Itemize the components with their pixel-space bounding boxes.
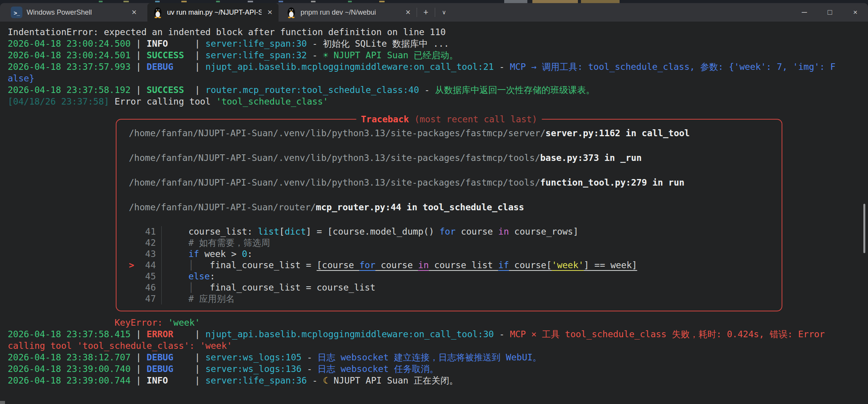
text-segment: course [456, 227, 498, 237]
backdrop-window-sliver [532, 0, 578, 3]
text-segment: list [258, 227, 279, 237]
text-segment [167, 260, 188, 270]
text-segment: # 应用别名 [167, 294, 235, 304]
backdrop-speck [99, 1, 103, 2]
text-segment: : [210, 271, 215, 281]
linux-icon [153, 7, 163, 18]
text-segment: else [188, 271, 209, 281]
text-segment [167, 282, 188, 292]
terminal-tab-1[interactable]: >_Windows PowerShell× [5, 3, 143, 22]
text-segment: - [302, 352, 318, 362]
text-segment: 初始化 SQLite 数据库中 ... [323, 39, 449, 49]
close-button[interactable]: × [843, 3, 868, 22]
traceback-frame: /home/fanfan/NJUPT-API-Suan/.venv/lib/py… [129, 127, 774, 139]
powershell-icon: >_ [11, 7, 22, 18]
text-segment [167, 249, 188, 259]
text-segment: server:ws_logs:136 [205, 364, 301, 374]
log-line: KeyError: 'week' [8, 317, 868, 328]
backdrop-speck [279, 1, 283, 2]
text-segment: function_tool.py:279 in run [540, 177, 684, 188]
log-lines-bottom: KeyError: 'week'2026-04-18 23:37:58.415 … [8, 317, 868, 386]
backdrop-speck [248, 1, 253, 2]
text-segment: Error calling tool [115, 96, 216, 106]
terminal-tab-2[interactable]: uv run main.py ~/NJUPT-API-S× [147, 3, 279, 22]
text-segment: 2026-04-18 23:39:00.740 [8, 364, 131, 374]
text-segment: 从数据库中返回一次性存储的班级课表。 [435, 85, 595, 95]
minimize-button[interactable]: ─ [792, 3, 817, 22]
text-segment: | [189, 85, 206, 95]
code-text: │ final_course_list = [course for course… [161, 260, 637, 271]
code-text: # 如有需要，筛选周 [161, 237, 270, 248]
text-segment: njupt_api.baselib.mcploggingmiddleware:o… [205, 329, 494, 339]
code-line: 41 course_list: list[dict] = [course.mod… [129, 226, 774, 237]
text-segment: - [307, 375, 323, 385]
text-segment: [ [279, 227, 285, 237]
text-segment: /home/fanfan/NJUPT-API-Suan/.venv/lib/py… [129, 128, 545, 138]
terminal-output[interactable]: IndentationError: expected an indented b… [0, 22, 868, 404]
linux-icon [286, 7, 296, 18]
text-segment: server:ws_logs:105 [205, 352, 301, 362]
tab-close-button[interactable]: × [404, 8, 412, 17]
text-segment: mcp_router.py:44 in tool_schedule_class [316, 202, 524, 212]
screen: { "tabs": { "items": [ {"icon": "powersh… [0, 0, 868, 404]
text-segment: IndentationError: expected an indented b… [8, 27, 446, 37]
log-line: 2026-04-18 23:38:12.707 | DEBUG | server… [8, 352, 868, 363]
text-segment: KeyError: [115, 318, 168, 328]
code-line: 45 else: [129, 271, 774, 282]
text-segment: - [419, 85, 435, 95]
backdrop-speck [181, 1, 187, 2]
text-segment: │ [188, 260, 209, 270]
text-segment: for [360, 260, 376, 270]
text-segment: | [131, 329, 147, 339]
text-segment: [04/18/26 23:37:58] [8, 96, 109, 106]
text-segment: ☀ NJUPT API Suan 已经启动。 [323, 50, 458, 60]
text-segment: in [498, 227, 509, 237]
text-segment: 2026-04-18 23:37:58.415 [8, 329, 131, 339]
text-segment: /home/fanfan/NJUPT-API-Suan/.venv/lib/py… [129, 153, 540, 163]
text-segment: DEBUG [147, 62, 189, 72]
code-text: else: [161, 271, 215, 282]
text-segment: 0 [242, 249, 247, 259]
code-text: course_list: list[dict] = [course.model_… [161, 226, 578, 237]
log-lines-top: IndentationError: expected an indented b… [8, 26, 868, 107]
log-line: 2026-04-18 23:37:58.415 | ERROR | njupt_… [8, 328, 868, 340]
text-segment: if [498, 260, 509, 270]
text-segment: ERROR [147, 329, 189, 339]
new-tab-button[interactable]: + [417, 3, 435, 22]
text-segment: | [131, 39, 147, 49]
text-segment: calling tool 'tool_schedule_class': 'wee… [8, 341, 232, 351]
text-segment: final_course_list = course_list [210, 282, 375, 292]
scrollbar-thumb[interactable] [863, 204, 865, 253]
text-segment: 2026-04-18 23:00:24.501 [8, 50, 131, 60]
text-segment: | [189, 62, 206, 72]
text-segment [109, 96, 115, 106]
terminal-tab-3[interactable]: pnpm run dev ~/N/webui× [281, 3, 417, 22]
backdrop-speck [379, 1, 385, 2]
text-segment: in [418, 260, 429, 270]
text-segment: - [307, 39, 323, 49]
text-segment: SUCCESS [147, 85, 189, 95]
log-line: 2026-04-18 23:37:58.192 | SUCCESS | rout… [8, 84, 868, 96]
error-marker-icon [129, 237, 140, 248]
log-line: IndentationError: expected an indented b… [8, 26, 868, 38]
text-segment: router.mcp_router:tool_schedule_class:40 [205, 85, 419, 95]
line-number: 44 [140, 260, 156, 271]
text-segment: server.py:1162 in call_tool [545, 128, 690, 138]
tab-dropdown-button[interactable]: ∨ [435, 3, 453, 22]
text-segment: course[ [509, 260, 552, 270]
text-segment: /home/fanfan/NJUPT-API-Suan/.venv/lib/py… [129, 177, 540, 188]
text-segment: server:life_span:30 [205, 39, 307, 49]
text-segment: Traceback [361, 114, 414, 124]
code-line: 43 if week > 0: [129, 248, 774, 260]
line-number: 45 [140, 271, 156, 282]
text-segment: | [131, 85, 147, 95]
text-segment: 日志 websocket 任务取消。 [317, 364, 438, 374]
tab-close-button[interactable]: × [266, 8, 274, 17]
log-line: 2026-04-18 23:39:00.744 | INFO | server:… [8, 375, 868, 386]
maximize-button[interactable]: □ [817, 3, 843, 22]
text-segment: - [494, 329, 510, 339]
tab-close-button[interactable]: × [130, 8, 138, 17]
traceback-code: 41 course_list: list[dict] = [course.mod… [129, 226, 774, 304]
text-segment: | [189, 39, 206, 49]
error-marker-icon [129, 293, 140, 304]
